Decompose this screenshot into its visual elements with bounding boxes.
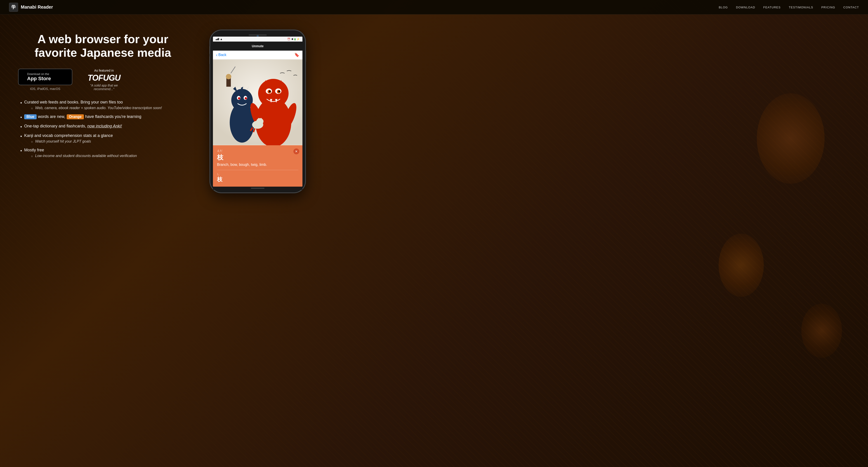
feature-1-content: Curated web feeds and books. Bring your … <box>24 100 162 111</box>
feature-2-content: Blue words are new, Orange have flashcar… <box>24 114 141 119</box>
nav-link-download[interactable]: DOWNLOAD <box>736 6 755 9</box>
unmute-button[interactable]: Unmute <box>248 43 267 49</box>
svg-point-20 <box>278 91 280 92</box>
feature-4-sub: Watch yourself hit your JLPT goals <box>24 139 113 144</box>
signal-bar-3 <box>217 38 218 40</box>
btn-text: Download on the App Store <box>27 72 51 81</box>
volume-up-button <box>209 46 210 54</box>
feature-5-sub: Low-income and student discounts availab… <box>24 154 137 159</box>
dict-kanji: 枝 <box>217 153 298 162</box>
status-left: ▲ <box>216 37 223 41</box>
feature-5-sub-item: Low-income and student discounts availab… <box>31 154 137 159</box>
signal-bar-4 <box>218 38 219 40</box>
nav-link-features[interactable]: FEATURES <box>763 6 781 9</box>
signal-bar-2 <box>217 39 217 40</box>
feature-item-5: Mostly free Low-income and student disco… <box>20 148 188 159</box>
feature-1-sub-item: Web, camera, ebook reader + spoken audio… <box>31 106 162 111</box>
btn-download-main: App Store <box>27 76 51 81</box>
svg-point-7 <box>245 97 247 99</box>
tofugu-logo: TOFUGU <box>84 73 124 83</box>
featured-section: As featured in TOFUGU "A solid app that … <box>84 69 124 91</box>
feature-item-3: One-tap dictionary and flashcards, now i… <box>20 124 188 130</box>
brand: 学 Manabi Reader <box>9 3 53 12</box>
manga-image-area <box>213 59 303 145</box>
featured-quote: "A solid app that we recommend..." <box>84 84 124 91</box>
app-store-section: Download on the App Store iOS, iPadOS, m… <box>18 69 72 91</box>
charging-icon: ⚡ <box>297 38 300 41</box>
status-bar: ▲ ⏰ ✱ ▮ ⚡ <box>213 37 303 41</box>
svg-point-27 <box>260 118 262 122</box>
btn-download-top: Download on the <box>27 72 51 76</box>
main-content: A web browser for your favorite Japanese… <box>0 14 868 467</box>
unmute-bar: Unmute <box>213 41 303 51</box>
svg-point-6 <box>238 97 240 99</box>
nav-link-pricing[interactable]: PRICING <box>821 6 835 9</box>
feature-5-content: Mostly free Low-income and student disco… <box>24 148 137 159</box>
phone-screen: ▲ ⏰ ✱ ▮ ⚡ Unmute ‹ <box>213 37 303 187</box>
nav-link-contact[interactable]: CONTACT <box>843 6 859 9</box>
svg-point-26 <box>256 118 264 125</box>
left-column: A web browser for your favorite Japanese… <box>18 28 188 159</box>
feature-4-sub-text: Watch yourself hit your JLPT goals <box>35 139 91 143</box>
back-label: Back <box>218 53 226 57</box>
svg-point-30 <box>226 74 231 79</box>
hero-title: A web browser for your favorite Japanese… <box>18 33 188 60</box>
features-list: Curated web feeds and books. Bring your … <box>18 100 188 159</box>
feature-2-text2: have flashcards you're learning <box>85 114 142 119</box>
anki-link[interactable]: now including Anki! <box>87 124 122 128</box>
feature-2-text1: words are new, <box>38 114 65 119</box>
volume-down-button <box>209 56 210 64</box>
featured-label: As featured in <box>84 69 124 72</box>
feature-item-1: Curated web feeds and books. Bring your … <box>20 100 188 111</box>
feature-4-content: Kanji and vocab comprehension stats at a… <box>24 133 113 144</box>
feature-4-sub-item: Watch yourself hit your JLPT goals <box>31 139 113 144</box>
battery-icon: ▮ <box>294 38 296 41</box>
status-right: ⏰ ✱ ▮ ⚡ <box>287 38 300 41</box>
svg-point-28 <box>258 118 260 122</box>
dict-next-ruby: し <box>217 172 298 176</box>
dict-meaning: Branch, bow, bough, twig, limb. <box>217 163 298 167</box>
home-bar <box>251 188 265 189</box>
phone-mockup: ▲ ⏰ ✱ ▮ ⚡ Unmute ‹ <box>210 30 305 193</box>
feature-1-text: Curated web feeds and books. Bring your … <box>24 100 123 104</box>
feature-5-text: Mostly free <box>24 148 44 152</box>
dict-ruby: えだ <box>217 149 298 153</box>
nav-link-blog[interactable]: BLOG <box>719 6 728 9</box>
platforms-label: iOS, iPadOS, macOS <box>18 87 72 91</box>
alarm-icon: ⏰ <box>287 38 290 41</box>
feature-1-sub: Web, camera, ebook reader + spoken audio… <box>24 106 162 111</box>
svg-point-3 <box>231 89 253 111</box>
signal-bar-1 <box>216 39 216 40</box>
svg-point-19 <box>269 91 271 92</box>
right-column: ▲ ⏰ ✱ ▮ ⚡ Unmute ‹ <box>201 28 314 193</box>
feature-3-text: One-tap dictionary and flashcards, <box>24 124 86 128</box>
feature-1-sub-text: Web, camera, ebook reader + spoken audio… <box>35 106 162 110</box>
dictionary-panel: ✕ えだ 枝 Branch, bow, bough, twig, limb. し… <box>213 145 303 187</box>
bookmark-icon[interactable]: 🔖 <box>294 53 299 57</box>
app-store-button[interactable]: Download on the App Store <box>18 69 72 85</box>
nav-links: BLOG DOWNLOAD FEATURES TESTIMONIALS PRIC… <box>719 5 859 9</box>
back-button[interactable]: ‹ Back <box>216 53 226 57</box>
badge-orange: Orange <box>67 114 84 119</box>
dict-close-button[interactable]: ✕ <box>293 148 299 154</box>
brand-logo: 学 <box>9 3 18 12</box>
feature-3-content: One-tap dictionary and flashcards, now i… <box>24 124 122 129</box>
bluetooth-icon: ✱ <box>291 38 293 41</box>
feature-item-4: Kanji and vocab comprehension stats at a… <box>20 133 188 144</box>
power-button <box>305 51 306 62</box>
badge-blue: Blue <box>24 114 37 119</box>
nav-link-testimonials[interactable]: TESTIMONIALS <box>789 6 813 9</box>
signal-bars <box>216 38 219 40</box>
feature-item-2: Blue words are new, Orange have flashcar… <box>20 114 188 120</box>
feature-5-sub-text: Low-income and student discounts availab… <box>35 154 137 158</box>
brand-name: Manabi Reader <box>21 4 53 10</box>
manga-artwork <box>213 59 303 145</box>
back-chevron-icon: ‹ <box>216 53 217 57</box>
cta-row: Download on the App Store iOS, iPadOS, m… <box>18 69 188 91</box>
screen-nav: ‹ Back 🔖 <box>213 51 303 59</box>
dict-next-kanji: 枝 <box>217 176 298 183</box>
svg-point-12 <box>258 79 289 108</box>
wifi-icon: ▲ <box>220 37 223 41</box>
phone-home-indicator <box>213 187 303 190</box>
feature-4-text: Kanji and vocab comprehension stats at a… <box>24 133 113 138</box>
